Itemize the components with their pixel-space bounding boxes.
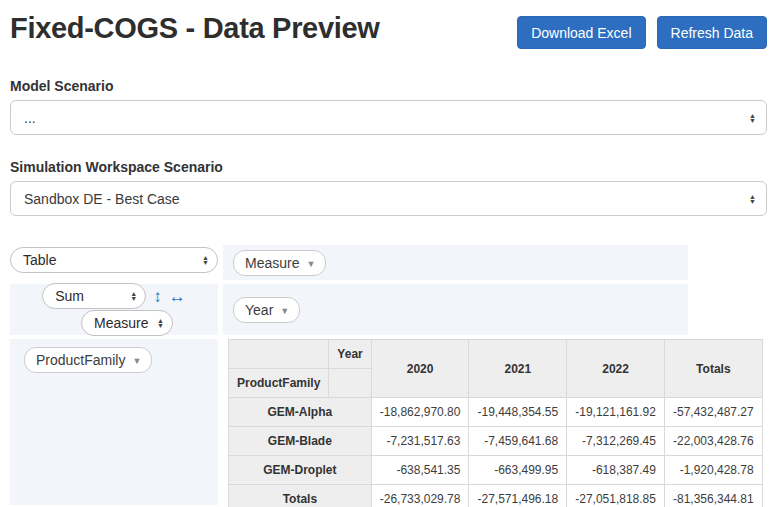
row-attributes-area[interactable]: ProductFamily ▼ — [10, 339, 218, 505]
model-scenario-value: ... — [24, 110, 36, 126]
data-cell: -19,448,354.55 — [469, 398, 567, 427]
column-attributes-area[interactable]: Year ▼ — [223, 284, 688, 335]
data-cell: -638,541.35 — [371, 456, 469, 485]
workspace-scenario-label: Simulation Workspace Scenario — [10, 159, 767, 175]
table-row: GEM-Alpha -18,862,970.80 -19,448,354.55 … — [229, 398, 763, 427]
renderer-cell: Table ▲▼ — [10, 245, 218, 280]
renderer-select[interactable]: Table ▲▼ — [10, 247, 218, 273]
header-actions: Download Excel Refresh Data — [517, 16, 767, 49]
totals-row-header: Totals — [229, 485, 372, 507]
data-cell: -618,387.49 — [567, 456, 665, 485]
pivot-table-ui: Table ▲▼ Measure ▼ Sum ▲▼ ↕ ↔ Measure — [10, 245, 767, 505]
aggregator-arg-value: Measure — [94, 315, 148, 331]
attribute-label: Year — [245, 302, 273, 318]
dropdown-triangle-icon[interactable]: ▼ — [306, 259, 315, 269]
data-cell: -18,862,970.80 — [371, 398, 469, 427]
attribute-label: Measure — [245, 255, 299, 271]
data-cell: -7,459,641.68 — [469, 427, 567, 456]
column-header-2022: 2022 — [567, 340, 665, 398]
select-stepper-icon: ▲▼ — [202, 255, 209, 265]
row-header: GEM-Droplet — [229, 456, 372, 485]
select-stepper-icon: ▲▼ — [749, 194, 756, 204]
data-cell: -19,121,161.92 — [567, 398, 665, 427]
grand-total-cell: -81,356,344.81 — [664, 485, 762, 507]
row-axis-label: ProductFamily — [229, 369, 329, 398]
pivot-output-area: Year 2020 2021 2022 Totals ProductFamily… — [223, 339, 688, 505]
page-header: Fixed-COGS - Data Preview Download Excel… — [10, 12, 767, 49]
table-row: GEM-Droplet -638,541.35 -663,499.95 -618… — [229, 456, 763, 485]
model-scenario-field: Model Scenario ... ▲▼ — [10, 78, 767, 135]
total-cell: -26,733,029.78 — [371, 485, 469, 507]
download-excel-button[interactable]: Download Excel — [517, 16, 645, 49]
data-cell: -663,499.95 — [469, 456, 567, 485]
data-cell: -7,231,517.63 — [371, 427, 469, 456]
blank-cell — [329, 369, 371, 398]
select-stepper-icon: ▲▼ — [157, 318, 164, 328]
select-stepper-icon: ▲▼ — [130, 291, 137, 301]
refresh-data-button[interactable]: Refresh Data — [657, 16, 767, 49]
aggregator-arg-select[interactable]: Measure ▲▼ — [81, 310, 173, 336]
totals-row: Totals -26,733,029.78 -27,571,496.18 -27… — [229, 485, 763, 507]
unused-attributes-area[interactable]: Measure ▼ — [223, 245, 688, 280]
dropdown-triangle-icon[interactable]: ▼ — [132, 356, 141, 366]
workspace-scenario-field: Simulation Workspace Scenario Sandbox DE… — [10, 159, 767, 216]
row-total-cell: -1,920,428.78 — [664, 456, 762, 485]
column-header-totals: Totals — [664, 340, 762, 398]
col-axis-label: Year — [329, 340, 371, 369]
model-scenario-label: Model Scenario — [10, 78, 767, 94]
total-cell: -27,051,818.85 — [567, 485, 665, 507]
row-header: GEM-Blade — [229, 427, 372, 456]
row-total-cell: -22,003,428.76 — [664, 427, 762, 456]
dropdown-triangle-icon[interactable]: ▼ — [280, 306, 289, 316]
table-header-row: Year 2020 2021 2022 Totals — [229, 340, 763, 369]
attribute-pill-year[interactable]: Year ▼ — [233, 297, 300, 323]
row-total-cell: -57,432,487.27 — [664, 398, 762, 427]
attribute-label: ProductFamily — [36, 352, 125, 368]
corner-cell — [229, 340, 329, 369]
table-row: GEM-Blade -7,231,517.63 -7,459,641.68 -7… — [229, 427, 763, 456]
move-vertical-icon[interactable]: ↕ — [153, 288, 162, 305]
row-header: GEM-Alpha — [229, 398, 372, 427]
column-header-2020: 2020 — [371, 340, 469, 398]
move-horizontal-icon[interactable]: ↔ — [169, 288, 186, 305]
select-stepper-icon: ▲▼ — [749, 113, 756, 123]
renderer-value: Table — [23, 252, 56, 268]
model-scenario-select[interactable]: ... ▲▼ — [10, 100, 767, 135]
attribute-pill-productfamily[interactable]: ProductFamily ▼ — [24, 347, 152, 373]
aggregator-value: Sum — [55, 288, 84, 304]
aggregator-select[interactable]: Sum ▲▼ — [42, 283, 146, 309]
pivot-result-table: Year 2020 2021 2022 Totals ProductFamily… — [228, 339, 763, 507]
page-title: Fixed-COGS - Data Preview — [10, 12, 380, 45]
data-cell: -7,312,269.45 — [567, 427, 665, 456]
attribute-pill-measure[interactable]: Measure ▼ — [233, 250, 326, 276]
total-cell: -27,571,496.18 — [469, 485, 567, 507]
workspace-scenario-select[interactable]: Sandbox DE - Best Case ▲▼ — [10, 181, 767, 216]
aggregator-area: Sum ▲▼ ↕ ↔ Measure ▲▼ — [10, 284, 218, 335]
workspace-scenario-value: Sandbox DE - Best Case — [24, 191, 180, 207]
column-header-2021: 2021 — [469, 340, 567, 398]
